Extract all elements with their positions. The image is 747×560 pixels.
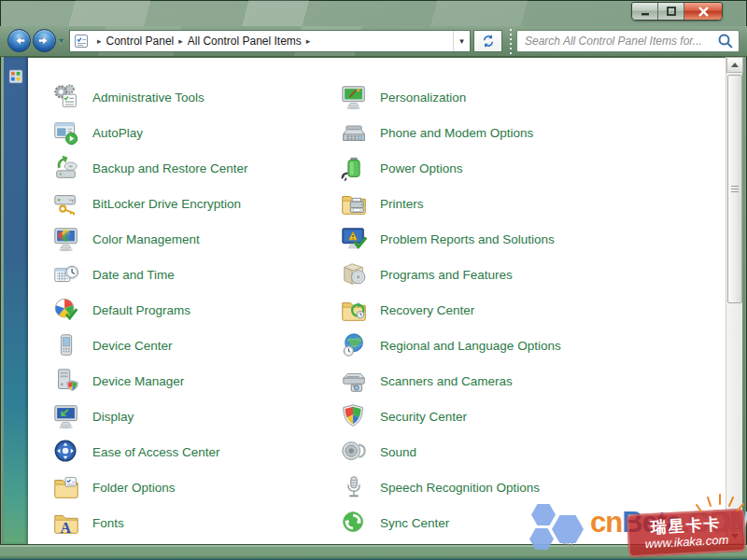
device-center-icon: [52, 331, 80, 359]
sound-icon: [340, 438, 368, 466]
control-panel-item[interactable]: Printers: [340, 186, 648, 221]
control-panel-item-label: Printers: [380, 197, 424, 211]
control-panel-item[interactable]: Sound: [340, 434, 648, 469]
close-button[interactable]: [684, 3, 722, 20]
admin-tools-icon: [52, 83, 80, 111]
bitlocker-icon: [52, 189, 80, 217]
control-panel-item[interactable]: AutoPlay: [52, 115, 334, 150]
control-panel-item[interactable]: Regional and Language Options: [340, 328, 648, 363]
search-box[interactable]: [516, 30, 740, 52]
breadcrumb-arrow[interactable]: ▸: [306, 36, 311, 46]
maximize-icon: [666, 6, 677, 17]
breadcrumb[interactable]: ▸ Control Panel ▸ All Control Panel Item…: [69, 30, 471, 52]
scrollbar-down-button[interactable]: [726, 528, 743, 544]
toolbar-separator: [510, 29, 512, 54]
folder-options-icon: [52, 473, 80, 501]
scanners-icon: [340, 367, 368, 395]
control-panel-item-label: Sound: [380, 445, 416, 459]
control-panel-item[interactable]: Recovery Center: [340, 292, 648, 328]
back-button[interactable]: [7, 29, 31, 52]
magnifier-icon[interactable]: [717, 33, 734, 49]
control-panel-item[interactable]: BitLocker Drive Encryption: [52, 186, 334, 221]
control-panel-item[interactable]: System: [340, 540, 648, 545]
close-icon: [698, 6, 710, 18]
control-panel-window: ▾ ▸ Control Panel ▸ All Control Panel It…: [0, 0, 747, 560]
control-panel-item[interactable]: Power Options: [340, 150, 648, 186]
sync-icon: [340, 509, 368, 537]
control-panel-item-label: Date and Time: [92, 268, 175, 282]
refresh-button[interactable]: [473, 30, 502, 52]
window-controls: [631, 2, 723, 21]
control-panel-item-label: Display: [92, 410, 134, 424]
scroll-down-icon: [731, 534, 739, 539]
control-panel-item-label: Programs and Features: [380, 268, 513, 282]
control-panel-item-label: Power Options: [380, 161, 463, 175]
control-panel-item-label: Regional and Language Options: [380, 339, 561, 353]
control-panel-item[interactable]: Color Management: [52, 221, 334, 257]
breadcrumb-control-panel[interactable]: Control Panel: [106, 35, 175, 48]
control-panel-item[interactable]: Device Center: [52, 328, 334, 363]
control-panel-item[interactable]: Scanners and Cameras: [340, 363, 648, 399]
date-time-icon: [52, 260, 80, 288]
control-panel-item-label: Scanners and Cameras: [380, 374, 513, 388]
forward-button[interactable]: [33, 29, 56, 52]
fonts-icon: A: [52, 509, 80, 537]
scroll-up-icon: [731, 63, 739, 67]
control-panel-item[interactable]: Backup and Restore Center: [52, 150, 334, 186]
left-frame-strip: [4, 57, 28, 544]
control-panel-item[interactable]: Folder Options: [52, 469, 334, 505]
control-panel-item-label: Phone and Modem Options: [380, 126, 533, 140]
game-controllers-icon: [52, 544, 80, 545]
title-bar[interactable]: [0, 0, 747, 26]
minimize-button[interactable]: [632, 3, 658, 20]
address-dropdown-button[interactable]: ▾: [453, 31, 470, 51]
backup-icon: [52, 154, 80, 182]
control-panel-item[interactable]: Default Programs: [52, 292, 334, 328]
back-arrow-icon: [12, 34, 26, 48]
control-panel-item-label: Sync Center: [380, 516, 449, 530]
control-panel-item[interactable]: Sync Center: [340, 505, 648, 540]
vertical-scrollbar[interactable]: [726, 57, 742, 544]
maximize-button[interactable]: [658, 3, 684, 20]
control-panel-item[interactable]: Phone and Modem Options: [340, 115, 648, 150]
control-panel-item[interactable]: Date and Time: [52, 257, 334, 292]
breadcrumb-all-control-panel-items[interactable]: All Control Panel Items: [188, 35, 302, 48]
ease-access-icon: [52, 438, 80, 466]
search-input[interactable]: [517, 35, 717, 48]
control-panel-item-label: Ease of Access Center: [92, 445, 220, 459]
display-icon: [52, 402, 80, 430]
items-column-left: Administrative ToolsAutoPlayBackup and R…: [52, 58, 334, 545]
control-panel-item-label: Recovery Center: [380, 303, 474, 317]
control-panel-item[interactable]: Device Manager: [52, 363, 334, 399]
svg-text:A: A: [60, 520, 71, 536]
printers-icon: [340, 189, 368, 217]
breadcrumb-arrow[interactable]: ▸: [178, 36, 183, 46]
control-panel-item-label: Color Management: [92, 232, 200, 246]
items-list: Administrative ToolsAutoPlayBackup and R…: [28, 57, 726, 544]
control-panel-item[interactable]: Game Controllers: [52, 540, 334, 545]
control-panel-item[interactable]: Display: [52, 399, 334, 434]
personalization-icon: [340, 83, 368, 111]
control-panel-item-label: Device Center: [92, 339, 173, 353]
control-panel-item[interactable]: Administrative Tools: [52, 79, 334, 115]
recent-pages-button[interactable]: ▾: [59, 35, 63, 46]
control-panel-item[interactable]: Ease of Access Center: [52, 434, 334, 469]
control-panel-item[interactable]: Security Center: [340, 399, 648, 434]
control-panel-item[interactable]: AFonts: [52, 505, 334, 540]
security-icon: [340, 402, 368, 430]
control-panel-item-label: Speech Recognition Options: [380, 481, 540, 495]
control-panel-item[interactable]: Personalization: [340, 79, 648, 115]
refresh-icon: [481, 34, 496, 49]
speech-icon: [340, 473, 368, 501]
control-panel-small-icon: [7, 68, 24, 85]
control-panel-item[interactable]: Programs and Features: [340, 257, 648, 292]
control-panel-item-label: Folder Options: [92, 481, 176, 495]
control-panel-icon: [74, 34, 89, 49]
control-panel-item[interactable]: Problem Reports and Solutions: [340, 221, 648, 257]
control-panel-item-label: Default Programs: [92, 303, 190, 317]
autoplay-icon: [52, 119, 80, 147]
control-panel-item[interactable]: Speech Recognition Options: [340, 469, 648, 505]
scrollbar-up-button[interactable]: [726, 57, 743, 73]
control-panel-item-label: Administrative Tools: [92, 91, 204, 105]
scrollbar-thumb[interactable]: [727, 75, 742, 303]
